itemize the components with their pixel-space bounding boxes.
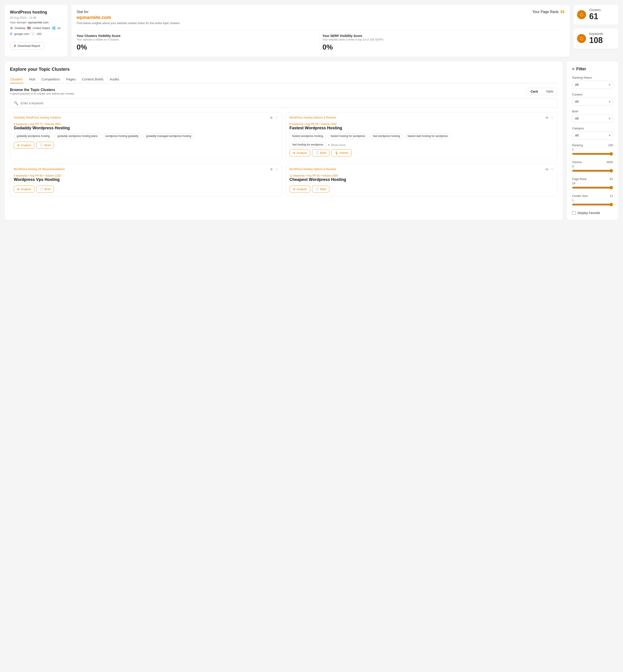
filter-ranking-status: Ranking Status All bbox=[572, 76, 613, 89]
stat-desc: Find below insights about your website m… bbox=[77, 22, 180, 25]
keyword-tags-0: godaddy wordpress hosting godaddy wordpr… bbox=[14, 133, 278, 139]
content-select[interactable]: All bbox=[572, 97, 613, 106]
category-select[interactable]: All bbox=[572, 131, 613, 140]
tab-hub[interactable]: Hub bbox=[29, 75, 36, 83]
keyword-tag: fastest wordpress hosting bbox=[290, 133, 326, 139]
intents-button-1[interactable]: 💡 Intents bbox=[331, 149, 352, 156]
brief-button-1[interactable]: 📄 Brief bbox=[312, 149, 330, 156]
analyze-button-3[interactable]: ⊕ Analyze bbox=[290, 186, 310, 193]
brief-button-3[interactable]: 📄 Brief bbox=[312, 186, 330, 193]
filter-cluster-size-range: Cluster Size 11 1 bbox=[572, 194, 613, 207]
stat-card: Stat for: wpmarmite.com Find below insig… bbox=[71, 4, 570, 57]
show-more-button-1[interactable]: ▾ Show more bbox=[328, 143, 346, 147]
cluster-link-0[interactable]: GoDaddy WordPress Hosting Solutions bbox=[14, 116, 270, 119]
favorite-icon-1[interactable]: ♡ bbox=[551, 116, 554, 120]
cluster-title-3: Cheapest Wordpress Hosting bbox=[290, 177, 554, 182]
ranking-range-label: Ranking bbox=[572, 144, 583, 147]
preview-icon-1[interactable]: 👁 bbox=[545, 116, 549, 120]
search-icon: 🔍 bbox=[14, 101, 18, 105]
analyze-button-0[interactable]: ⊕ Analyze bbox=[14, 142, 34, 149]
analyze-button-2[interactable]: ⊕ Analyze bbox=[14, 186, 34, 193]
tab-content-briefs[interactable]: Content Briefs bbox=[82, 75, 104, 83]
view-toggle: Card Table bbox=[526, 88, 558, 95]
cluster-link-3[interactable]: WordPress Hosting Options & Reviews bbox=[290, 167, 545, 171]
cluster-title-1: Fastest Wordpress Hosting bbox=[290, 126, 554, 130]
keyword-tag: fast wordpress hosting bbox=[370, 133, 403, 139]
settings-row: 🖥 Desktop 🇺🇸 United States 🌐 en bbox=[10, 26, 62, 30]
brief-icon: 📄 bbox=[316, 151, 319, 155]
ranking-range-min: 1 bbox=[572, 148, 574, 151]
keywords-count-card: ⬡ Keywords 108 bbox=[573, 28, 619, 49]
stat-domain: wpmarmite.com bbox=[77, 15, 180, 20]
cluster-meta-1: 6 keywords • Avg PR 60 • Volume 2200 bbox=[290, 123, 554, 126]
keywords-icon: ⬡ bbox=[577, 34, 586, 43]
favorite-icon-0[interactable]: ♡ bbox=[275, 116, 278, 120]
brief-icon: 📄 bbox=[316, 187, 319, 191]
globe-icon: 🌐 bbox=[52, 26, 56, 30]
cluster-card-0: GoDaddy WordPress Hosting Solutions 👁 ♡ … bbox=[10, 112, 282, 160]
filter-content: Content All bbox=[572, 93, 613, 106]
view-table-button[interactable]: Table bbox=[542, 88, 558, 95]
explore-tabs: Clusters Hub Competitors Pages Content B… bbox=[10, 75, 558, 83]
brief-button-0[interactable]: 📄 Brief bbox=[36, 142, 54, 149]
preview-icon-0[interactable]: 👁 bbox=[270, 116, 273, 120]
page-rank-row: Your Page Rank: 53 bbox=[532, 10, 564, 14]
cluster-card-1: WordPress Hosting Options & Reviews 👁 ♡ … bbox=[286, 112, 558, 160]
download-report-button[interactable]: ⬇ Download Report bbox=[10, 42, 44, 50]
search-input[interactable] bbox=[21, 101, 554, 105]
filter-category: Category All bbox=[572, 127, 613, 140]
filter-ranking-range: Ranking 100 1 bbox=[572, 144, 613, 156]
display-favorite-checkbox[interactable] bbox=[572, 211, 576, 215]
preview-icon-2[interactable]: 👁 bbox=[270, 167, 273, 172]
domain-value: wpmarmite.com bbox=[28, 21, 49, 24]
google-icon: G bbox=[10, 32, 12, 36]
chevron-down-icon: ▾ bbox=[328, 143, 330, 147]
preview-icon-3[interactable]: 👁 bbox=[545, 167, 549, 172]
cluster-meta-0: 4 keywords • Avg PR 72 • Volume 4850 bbox=[14, 123, 278, 126]
domain-label: Your domain: bbox=[10, 21, 27, 24]
page-rank-range-slider[interactable] bbox=[572, 186, 613, 189]
keyword-tag: wordpress hosting godaddy bbox=[102, 133, 142, 139]
clusters-icon: ⬡ bbox=[577, 10, 586, 19]
search-engine-label: google.com bbox=[14, 32, 29, 36]
stat-grid: Your Clusters Visibility Score Your webs… bbox=[77, 30, 564, 51]
device-icon: 🖥 bbox=[10, 26, 13, 30]
brief-select[interactable]: All bbox=[572, 115, 613, 123]
info-card: WordPress hosting 20 Aug 2024 - 11:48 Yo… bbox=[4, 4, 68, 57]
volume-range-slider[interactable] bbox=[572, 169, 613, 173]
keyword-tag: fastest web hosting for wordpress bbox=[405, 133, 451, 139]
cluster-link-2[interactable]: WordPress Hosting UK Recommendations bbox=[14, 167, 270, 171]
visibility-stat: Your Clusters Visibility Score Your webs… bbox=[77, 34, 319, 51]
filter-title: Filter bbox=[576, 67, 586, 71]
keyword-tag: fast hosting for wordpress bbox=[290, 142, 326, 148]
ranking-range-max: 100 bbox=[608, 144, 613, 147]
number-cards: ⬡ Clusters 61 ⬡ Keywords 108 bbox=[573, 4, 619, 57]
favorite-icon-2[interactable]: ♡ bbox=[275, 167, 278, 172]
tab-clusters[interactable]: Clusters bbox=[10, 75, 23, 83]
browse-title: Browse the Topic Clusters bbox=[10, 88, 75, 92]
favorite-icon-3[interactable]: ♡ bbox=[551, 167, 554, 172]
analyze-button-1[interactable]: ⊕ Analyze bbox=[290, 149, 310, 156]
tab-pages[interactable]: Pages bbox=[65, 75, 76, 83]
search-engine-row: G google.com 📄 100 bbox=[10, 32, 62, 36]
page-rank-range-label: Page Rank bbox=[572, 177, 587, 181]
keyword-tags-1: fastest wordpress hosting fastest hostin… bbox=[290, 133, 554, 139]
stat-for-label: Stat for: bbox=[77, 10, 180, 14]
ranking-status-select[interactable]: All bbox=[572, 81, 613, 89]
cluster-card-3: WordPress Hosting Options & Reviews 👁 ♡ … bbox=[286, 164, 558, 196]
project-title: WordPress hosting bbox=[10, 10, 62, 14]
tab-audits[interactable]: Audits bbox=[109, 75, 120, 83]
cards-grid: GoDaddy WordPress Hosting Solutions 👁 ♡ … bbox=[10, 112, 558, 196]
cluster-link-1[interactable]: WordPress Hosting Options & Reviews bbox=[290, 116, 545, 119]
clusters-label: Clusters bbox=[589, 8, 601, 12]
brief-button-2[interactable]: 📄 Brief bbox=[36, 186, 54, 193]
view-card-button[interactable]: Card bbox=[527, 88, 542, 95]
ranking-range-slider[interactable] bbox=[572, 152, 613, 156]
filter-brief: Brief All bbox=[572, 110, 613, 123]
intents-icon: 💡 bbox=[335, 151, 338, 155]
tab-competitors[interactable]: Competitors bbox=[41, 75, 60, 83]
cluster-title-2: Wordpress Vps Hosting bbox=[14, 177, 278, 182]
cluster-size-range-label: Cluster Size bbox=[572, 194, 588, 197]
volume-range-max: 4850 bbox=[606, 160, 613, 164]
cluster-size-range-slider[interactable] bbox=[572, 203, 613, 206]
